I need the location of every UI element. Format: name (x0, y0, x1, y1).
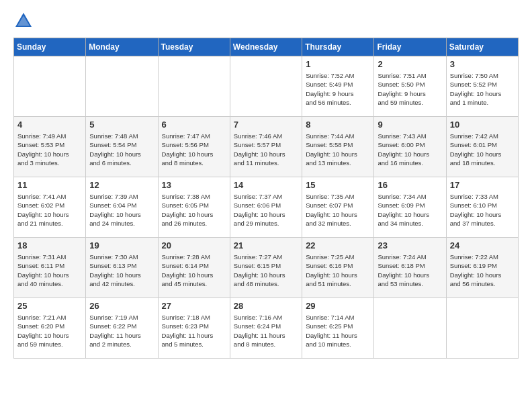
cell-info: Sunrise: 7:48 AM Sunset: 5:54 PM Dayligh… (89, 132, 154, 167)
day-number: 5 (89, 120, 154, 130)
cell-info: Sunrise: 7:14 AM Sunset: 6:25 PM Dayligh… (306, 313, 370, 349)
day-number: 1 (306, 59, 370, 69)
day-cell: 16Sunrise: 7:34 AM Sunset: 6:09 PM Dayli… (374, 177, 446, 238)
day-number: 19 (89, 240, 154, 250)
week-row-5: 25Sunrise: 7:21 AM Sunset: 6:20 PM Dayli… (14, 298, 519, 359)
day-cell (446, 298, 518, 359)
day-cell: 25Sunrise: 7:21 AM Sunset: 6:20 PM Dayli… (14, 298, 86, 359)
day-number: 17 (450, 180, 515, 190)
col-header-tuesday: Tuesday (158, 38, 230, 56)
header-row: SundayMondayTuesdayWednesdayThursdayFrid… (14, 38, 519, 56)
col-header-sunday: Sunday (14, 38, 86, 56)
day-cell: 23Sunrise: 7:24 AM Sunset: 6:18 PM Dayli… (374, 238, 446, 298)
day-number: 18 (17, 240, 82, 250)
cell-info: Sunrise: 7:25 AM Sunset: 6:16 PM Dayligh… (306, 253, 370, 288)
day-number: 20 (162, 240, 226, 250)
cell-info: Sunrise: 7:38 AM Sunset: 6:05 PM Dayligh… (162, 192, 226, 228)
cell-info: Sunrise: 7:33 AM Sunset: 6:10 PM Dayligh… (450, 192, 515, 228)
day-cell: 12Sunrise: 7:39 AM Sunset: 6:04 PM Dayli… (86, 177, 158, 238)
day-number: 3 (450, 59, 515, 69)
cell-info: Sunrise: 7:47 AM Sunset: 5:56 PM Dayligh… (162, 132, 226, 167)
day-cell: 11Sunrise: 7:41 AM Sunset: 6:02 PM Dayli… (14, 177, 86, 238)
day-cell: 5Sunrise: 7:48 AM Sunset: 5:54 PM Daylig… (86, 117, 158, 177)
cell-info: Sunrise: 7:18 AM Sunset: 6:23 PM Dayligh… (162, 313, 226, 349)
day-cell: 4Sunrise: 7:49 AM Sunset: 5:53 PM Daylig… (14, 117, 86, 177)
logo (13, 11, 36, 31)
col-header-wednesday: Wednesday (230, 38, 302, 56)
day-cell: 20Sunrise: 7:28 AM Sunset: 6:14 PM Dayli… (158, 238, 230, 298)
day-cell: 22Sunrise: 7:25 AM Sunset: 6:16 PM Dayli… (302, 238, 374, 298)
day-cell: 24Sunrise: 7:22 AM Sunset: 6:19 PM Dayli… (446, 238, 518, 298)
day-number: 10 (450, 120, 515, 130)
day-number: 27 (162, 301, 226, 311)
day-cell: 17Sunrise: 7:33 AM Sunset: 6:10 PM Dayli… (446, 177, 518, 238)
day-cell: 29Sunrise: 7:14 AM Sunset: 6:25 PM Dayli… (302, 298, 374, 359)
day-cell: 1Sunrise: 7:52 AM Sunset: 5:49 PM Daylig… (302, 56, 374, 117)
cell-info: Sunrise: 7:28 AM Sunset: 6:14 PM Dayligh… (162, 253, 226, 288)
day-number: 28 (234, 301, 298, 311)
cell-info: Sunrise: 7:50 AM Sunset: 5:52 PM Dayligh… (450, 71, 515, 107)
week-row-3: 11Sunrise: 7:41 AM Sunset: 6:02 PM Dayli… (14, 177, 519, 238)
day-number: 12 (89, 180, 154, 190)
day-number: 21 (234, 240, 298, 250)
day-number: 16 (378, 180, 442, 190)
cell-info: Sunrise: 7:42 AM Sunset: 6:01 PM Dayligh… (450, 132, 515, 167)
calendar-table: SundayMondayTuesdayWednesdayThursdayFrid… (13, 38, 519, 359)
cell-info: Sunrise: 7:39 AM Sunset: 6:04 PM Dayligh… (89, 192, 154, 228)
week-row-2: 4Sunrise: 7:49 AM Sunset: 5:53 PM Daylig… (14, 117, 519, 177)
col-header-saturday: Saturday (446, 38, 518, 56)
cell-info: Sunrise: 7:16 AM Sunset: 6:24 PM Dayligh… (234, 313, 298, 349)
day-cell: 3Sunrise: 7:50 AM Sunset: 5:52 PM Daylig… (446, 56, 518, 117)
day-cell: 19Sunrise: 7:30 AM Sunset: 6:13 PM Dayli… (86, 238, 158, 298)
day-cell: 7Sunrise: 7:46 AM Sunset: 5:57 PM Daylig… (230, 117, 302, 177)
day-cell: 28Sunrise: 7:16 AM Sunset: 6:24 PM Dayli… (230, 298, 302, 359)
cell-info: Sunrise: 7:51 AM Sunset: 5:50 PM Dayligh… (378, 71, 442, 107)
logo-icon (13, 11, 34, 31)
day-number: 15 (306, 180, 370, 190)
week-row-4: 18Sunrise: 7:31 AM Sunset: 6:11 PM Dayli… (14, 238, 519, 298)
day-cell (374, 298, 446, 359)
cell-info: Sunrise: 7:22 AM Sunset: 6:19 PM Dayligh… (450, 253, 515, 288)
day-cell (86, 56, 158, 117)
day-number: 11 (17, 180, 82, 190)
day-cell (14, 56, 86, 117)
day-number: 6 (162, 120, 226, 130)
cell-info: Sunrise: 7:52 AM Sunset: 5:49 PM Dayligh… (306, 71, 370, 107)
day-cell: 14Sunrise: 7:37 AM Sunset: 6:06 PM Dayli… (230, 177, 302, 238)
day-number: 7 (234, 120, 298, 130)
day-cell: 10Sunrise: 7:42 AM Sunset: 6:01 PM Dayli… (446, 117, 518, 177)
day-number: 14 (234, 180, 298, 190)
cell-info: Sunrise: 7:27 AM Sunset: 6:15 PM Dayligh… (234, 253, 298, 288)
day-number: 22 (306, 240, 370, 250)
day-cell (158, 56, 230, 117)
day-cell: 9Sunrise: 7:43 AM Sunset: 6:00 PM Daylig… (374, 117, 446, 177)
cell-info: Sunrise: 7:46 AM Sunset: 5:57 PM Dayligh… (234, 132, 298, 167)
cell-info: Sunrise: 7:43 AM Sunset: 6:00 PM Dayligh… (378, 132, 442, 167)
cell-info: Sunrise: 7:30 AM Sunset: 6:13 PM Dayligh… (89, 253, 154, 288)
day-number: 25 (17, 301, 82, 311)
cell-info: Sunrise: 7:37 AM Sunset: 6:06 PM Dayligh… (234, 192, 298, 228)
day-number: 13 (162, 180, 226, 190)
day-number: 9 (378, 120, 442, 130)
day-number: 23 (378, 240, 442, 250)
day-cell: 8Sunrise: 7:44 AM Sunset: 5:58 PM Daylig… (302, 117, 374, 177)
cell-info: Sunrise: 7:21 AM Sunset: 6:20 PM Dayligh… (17, 313, 82, 349)
cell-info: Sunrise: 7:19 AM Sunset: 6:22 PM Dayligh… (89, 313, 154, 349)
col-header-thursday: Thursday (302, 38, 374, 56)
cell-info: Sunrise: 7:41 AM Sunset: 6:02 PM Dayligh… (17, 192, 82, 228)
day-cell: 27Sunrise: 7:18 AM Sunset: 6:23 PM Dayli… (158, 298, 230, 359)
day-number: 26 (89, 301, 154, 311)
day-cell (230, 56, 302, 117)
day-cell: 13Sunrise: 7:38 AM Sunset: 6:05 PM Dayli… (158, 177, 230, 238)
day-number: 4 (17, 120, 82, 130)
col-header-friday: Friday (374, 38, 446, 56)
day-number: 8 (306, 120, 370, 130)
day-cell: 26Sunrise: 7:19 AM Sunset: 6:22 PM Dayli… (86, 298, 158, 359)
cell-info: Sunrise: 7:31 AM Sunset: 6:11 PM Dayligh… (17, 253, 82, 288)
day-cell: 2Sunrise: 7:51 AM Sunset: 5:50 PM Daylig… (374, 56, 446, 117)
page-header (13, 11, 519, 31)
day-number: 29 (306, 301, 370, 311)
cell-info: Sunrise: 7:35 AM Sunset: 6:07 PM Dayligh… (306, 192, 370, 228)
cell-info: Sunrise: 7:24 AM Sunset: 6:18 PM Dayligh… (378, 253, 442, 288)
day-cell: 21Sunrise: 7:27 AM Sunset: 6:15 PM Dayli… (230, 238, 302, 298)
